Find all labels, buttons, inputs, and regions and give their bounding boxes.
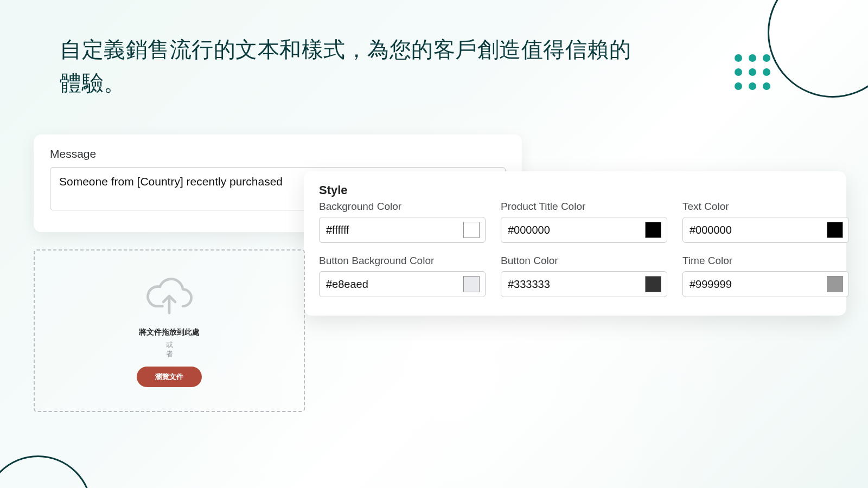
button-background-color-swatch[interactable] bbox=[463, 276, 480, 292]
time-color-label: Time Color bbox=[682, 255, 849, 267]
button-background-color-field: Button Background Color bbox=[319, 255, 486, 297]
text-color-label: Text Color bbox=[682, 201, 849, 213]
page-headline: 自定義銷售流行的文本和樣式，為您的客戶創造值得信賴的體驗。 bbox=[60, 33, 635, 100]
text-color-swatch[interactable] bbox=[827, 222, 843, 238]
button-background-color-input[interactable] bbox=[319, 271, 486, 297]
style-card: Style Background Color Product Title Col… bbox=[304, 171, 846, 316]
button-color-label: Button Color bbox=[501, 255, 667, 267]
style-title: Style bbox=[319, 183, 831, 197]
button-background-color-label: Button Background Color bbox=[319, 255, 486, 267]
decorative-arc-top bbox=[768, 0, 868, 98]
upload-or-text: 或 者 bbox=[166, 341, 173, 359]
background-color-swatch[interactable] bbox=[463, 222, 480, 238]
decorative-dots bbox=[735, 54, 770, 90]
upload-drop-text: 將文件拖放到此處 bbox=[139, 328, 200, 337]
background-color-label: Background Color bbox=[319, 201, 486, 213]
message-label: Message bbox=[50, 147, 506, 160]
text-color-field: Text Color bbox=[682, 201, 849, 243]
text-color-text[interactable] bbox=[690, 224, 827, 236]
button-color-swatch[interactable] bbox=[645, 276, 661, 292]
product-title-color-swatch[interactable] bbox=[645, 222, 661, 238]
background-color-field: Background Color bbox=[319, 201, 486, 243]
decorative-arc-bottom bbox=[0, 455, 92, 488]
button-background-color-text[interactable] bbox=[326, 278, 463, 291]
product-title-color-text[interactable] bbox=[508, 224, 645, 236]
product-title-color-input[interactable] bbox=[501, 217, 667, 243]
cloud-upload-icon bbox=[142, 274, 196, 318]
button-color-field: Button Color bbox=[501, 255, 667, 297]
time-color-swatch[interactable] bbox=[827, 276, 843, 292]
background-color-input[interactable] bbox=[319, 217, 486, 243]
product-title-color-label: Product Title Color bbox=[501, 201, 667, 213]
background-color-text[interactable] bbox=[326, 224, 463, 236]
button-color-text[interactable] bbox=[508, 278, 645, 291]
upload-dropzone[interactable]: 將文件拖放到此處 或 者 瀏覽文件 bbox=[34, 249, 305, 412]
text-color-input[interactable] bbox=[682, 217, 849, 243]
button-color-input[interactable] bbox=[501, 271, 667, 297]
product-title-color-field: Product Title Color bbox=[501, 201, 667, 243]
time-color-text[interactable] bbox=[690, 278, 827, 291]
time-color-input[interactable] bbox=[682, 271, 849, 297]
browse-files-button[interactable]: 瀏覽文件 bbox=[137, 367, 202, 387]
message-input-value: Someone from [Country] recently purchase… bbox=[59, 175, 283, 188]
time-color-field: Time Color bbox=[682, 255, 849, 297]
